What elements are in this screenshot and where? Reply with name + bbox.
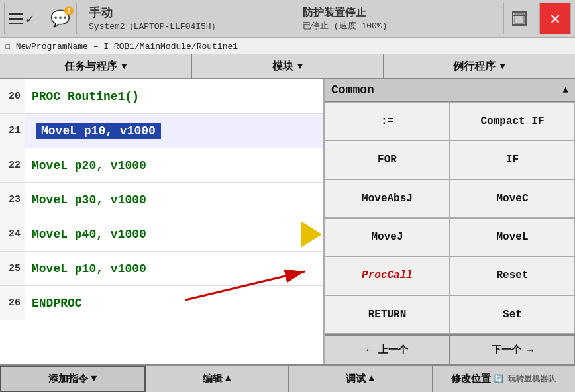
right-panel: Common ▲ := Compact IF FOR IF MoveAbsJ M… [325, 79, 575, 364]
line-number-21: 21 [0, 114, 25, 148]
code-line-22[interactable]: 22 MoveL p20, v1000 [0, 148, 323, 183]
scroll-up-icon[interactable]: ▲ [563, 85, 568, 95]
main-content: 20 PROC Routine1() 21 MoveL p10, v1000 2… [0, 79, 575, 364]
breadcrumb: ☐ NewProgramName – I_ROB1/MainModule/Rou… [0, 38, 575, 54]
add-instruction-label: 添加指令 [48, 373, 88, 385]
line-code-21: MoveL p10, v1000 [36, 123, 161, 139]
right-panel-header: Common ▲ [325, 79, 575, 102]
add-instruction-arrow: ▼ [91, 373, 97, 385]
instr-for[interactable]: FOR [325, 140, 450, 179]
line-code-20: PROC Routine1() [25, 90, 139, 103]
instruction-grid: := Compact IF FOR IF MoveAbsJ MoveC Move… [325, 102, 575, 334]
debug-button[interactable]: 调试 ▲ [289, 366, 433, 392]
line-number-24: 24 [0, 217, 25, 251]
code-line-24[interactable]: 24 MoveL p40, v1000 [0, 217, 323, 252]
check-icon: ✓ [26, 11, 34, 27]
breadcrumb-text: ☐ NewProgramName – I_ROB1/MainModule/Rou… [5, 41, 238, 52]
nav-module-label: 模块 [272, 60, 293, 74]
instr-reset[interactable]: Reset [450, 256, 575, 295]
nav-bar: 任务与程序 ▼ 模块 ▼ 例行程序 ▼ [0, 54, 575, 79]
edit-button[interactable]: 编辑 ▲ [146, 366, 289, 392]
line-code-24: MoveL p40, v1000 [25, 228, 146, 241]
code-panel: 20 PROC Routine1() 21 MoveL p10, v1000 2… [0, 79, 325, 364]
code-line-23[interactable]: 23 MoveL p30, v1000 [0, 183, 323, 217]
line-number-22: 22 [0, 148, 25, 182]
nav-module-arrow: ▼ [297, 61, 303, 72]
line-code-26: ENDPROC [25, 297, 82, 310]
nav-tasks-label: 任务与程序 [64, 60, 117, 74]
notification-button[interactable]: 💬 ! [44, 3, 77, 34]
status-protection: 防护装置停止 [303, 6, 498, 20]
hamburger-icon [9, 13, 23, 24]
instr-proccall[interactable]: ProcCall [325, 256, 450, 295]
notification-badge: ! [64, 6, 74, 15]
minimize-button[interactable] [503, 3, 535, 34]
nav-tasks[interactable]: 任务与程序 ▼ [0, 54, 192, 78]
nav-buttons: ← 上一个 下一个 → [325, 334, 575, 364]
status-center: 手动 System2（LAPTOP-LLF04I5H） [82, 5, 284, 32]
status-system: System2（LAPTOP-LLF04I5H） [89, 21, 284, 32]
nav-module[interactable]: 模块 ▼ [192, 54, 384, 78]
edit-arrow: ▲ [225, 373, 231, 385]
close-button[interactable]: ✕ [539, 3, 571, 34]
play-arrow [301, 221, 322, 248]
instr-movec[interactable]: MoveC [450, 179, 575, 218]
line-code-22: MoveL p20, v1000 [25, 159, 146, 172]
line-number-26: 26 [0, 286, 25, 320]
line-number-25: 25 [0, 252, 25, 285]
next-button[interactable]: 下一个 → [450, 335, 575, 364]
code-line-25[interactable]: 25 MoveL p10, v1000 [0, 252, 323, 286]
line-code-23: MoveL p30, v1000 [25, 193, 146, 207]
right-panel-title: Common [331, 83, 374, 97]
code-line-26[interactable]: 26 ENDPROC [0, 286, 323, 320]
status-mode: 手动 [89, 5, 284, 21]
instr-movel[interactable]: MoveL [450, 218, 575, 256]
instr-movej[interactable]: MoveJ [325, 218, 450, 256]
bottom-bar: 添加指令 ▼ 编辑 ▲ 调试 ▲ 修改位置 🔄 玩转显机器队 [0, 364, 575, 392]
line-number-20: 20 [0, 79, 25, 113]
nav-routine[interactable]: 例行程序 ▼ [384, 54, 575, 78]
modify-position-label: 修改位置 [451, 373, 491, 385]
nav-routine-label: 例行程序 [453, 60, 496, 74]
top-bar-icons: ✕ [503, 3, 571, 34]
instr-compact-if[interactable]: Compact IF [450, 102, 575, 140]
top-bar: ✓ 💬 ! 手动 System2（LAPTOP-LLF04I5H） 防护装置停止… [0, 0, 575, 38]
code-line-21[interactable]: 21 MoveL p10, v1000 [0, 114, 323, 148]
menu-button[interactable]: ✓ [4, 3, 38, 34]
modify-position-button[interactable]: 修改位置 🔄 玩转显机器队 [433, 366, 576, 392]
instr-moveabsj[interactable]: MoveAbsJ [325, 179, 450, 218]
prev-button[interactable]: ← 上一个 [325, 335, 450, 364]
instr-return[interactable]: RETURN [325, 295, 450, 334]
add-instruction-button[interactable]: 添加指令 ▼ [0, 366, 146, 392]
nav-tasks-arrow: ▼ [121, 61, 127, 72]
instr-if[interactable]: IF [450, 140, 575, 179]
watermark: 🔄 玩转显机器队 [494, 373, 556, 385]
status-speed: 已停止 (速度 100%) [303, 20, 498, 32]
code-line-20[interactable]: 20 PROC Routine1() [0, 79, 323, 114]
debug-arrow: ▲ [368, 373, 374, 385]
nav-routine-arrow: ▼ [499, 61, 505, 72]
debug-label: 调试 [346, 373, 366, 385]
instr-assign[interactable]: := [325, 102, 450, 140]
instr-set[interactable]: Set [450, 295, 575, 334]
status-right: 防护装置停止 已停止 (速度 100%) [289, 6, 498, 32]
line-code-25: MoveL p10, v1000 [25, 262, 146, 275]
line-number-23: 23 [0, 183, 25, 217]
edit-label: 编辑 [203, 373, 223, 385]
